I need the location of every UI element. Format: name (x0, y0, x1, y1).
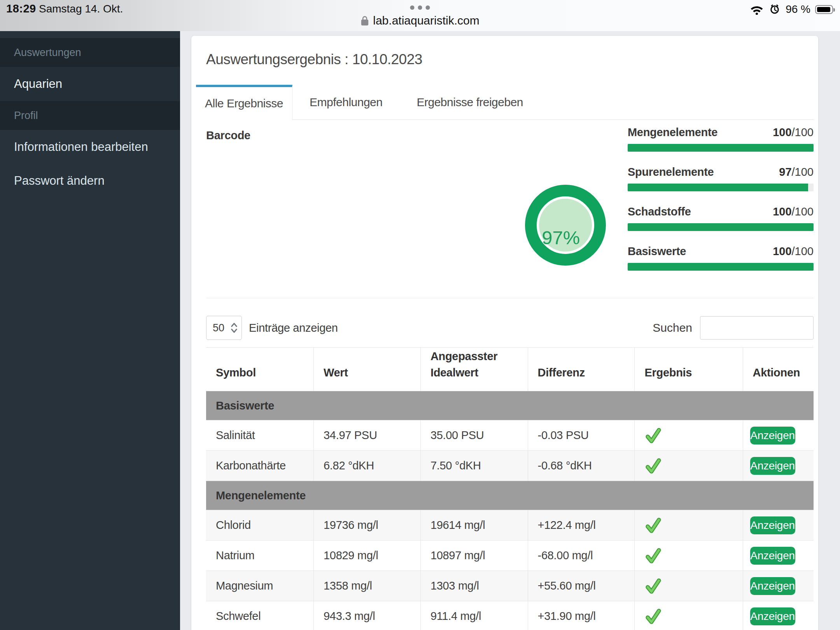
search-input[interactable] (700, 316, 814, 340)
ergebnis-cell (635, 420, 743, 451)
sidebar-item-aquarien[interactable]: Aquarien (0, 67, 180, 101)
tab-empfehlungen[interactable]: Empfehlungen (292, 85, 399, 119)
score-row: Basiswerte 100/100 (628, 245, 814, 271)
ideal-cell: 10897 mg/l (420, 541, 528, 571)
diff-cell: +55.60 mg/l (528, 571, 635, 601)
battery-icon (815, 5, 833, 14)
clock-date: Samstag 14. Okt. (39, 3, 123, 15)
sidebar-group-header-auswertungen: Auswertungen (0, 38, 180, 67)
content-card: Auswertungsergebnis : 10.10.2023 Alle Er… (191, 36, 818, 630)
table-row-chlorid: Chlorid 19736 mg/l 19614 mg/l +122.4 mg/… (206, 510, 814, 541)
progress-bar (628, 144, 814, 152)
diff-cell: +31.90 mg/l (528, 601, 635, 630)
anzeigen-button[interactable]: Anzeigen (750, 607, 795, 625)
sidebar-item-informationen-bearbeiten[interactable]: Informationen bearbeiten (0, 130, 180, 164)
anzeigen-button[interactable]: Anzeigen (750, 577, 795, 595)
column-header-wert[interactable]: Wert (313, 348, 420, 391)
diff-cell: +122.4 mg/l (528, 510, 635, 541)
search-label: Suchen (653, 321, 692, 334)
lock-icon (360, 15, 369, 26)
wert-cell: 19736 mg/l (313, 510, 420, 541)
clock-time: 18:29 (6, 2, 36, 15)
ergebnis-cell (635, 541, 743, 571)
progress-bar (628, 263, 814, 271)
score-label: Mengenelemente (628, 126, 718, 139)
diff-cell: -0.68 °dKH (528, 451, 635, 481)
gauge-percent: 97% (542, 227, 580, 248)
score-row: Mengenelemente 100/100 (628, 126, 814, 152)
table-row-magnesium: Magnesium 1358 mg/l 1303 mg/l +55.60 mg/… (206, 571, 814, 601)
ideal-cell: 19614 mg/l (420, 510, 528, 541)
check-icon (644, 427, 662, 444)
page-size-value: 50 (213, 322, 224, 334)
anzeigen-button[interactable]: Anzeigen (750, 547, 795, 565)
score-value: 100/100 (773, 245, 814, 258)
score-label: Basiswerte (628, 245, 686, 258)
browser-chrome: 18:29 Samstag 14. Okt. 96 % lab.atiaquar… (0, 0, 840, 31)
wert-cell: 6.82 °dKH (313, 451, 420, 481)
ideal-cell: 911.4 mg/l (420, 601, 528, 630)
symbol-cell: Magnesium (206, 571, 313, 601)
entries-label: Einträge anzeigen (249, 322, 338, 334)
column-header-idealwert[interactable]: Angepasster Idealwert (420, 348, 528, 391)
page-title: Auswertungsergebnis : 10.10.2023 (206, 51, 814, 68)
diff-cell: -0.03 PSU (528, 420, 635, 451)
column-header-aktionen: Aktionen (743, 348, 814, 391)
page-size-select[interactable]: 50 (206, 316, 242, 340)
table-row-natrium: Natrium 10829 mg/l 10897 mg/l -68.00 mg/… (206, 541, 814, 571)
tab-ergebnisse-freigeben[interactable]: Ergebnisse freigeben (399, 85, 540, 119)
score-value: 100/100 (773, 126, 814, 139)
url-domain: lab.atiaquaristik.com (373, 14, 479, 27)
column-header-differenz[interactable]: Differenz (528, 348, 635, 391)
progress-fill (628, 144, 814, 152)
ergebnis-cell (635, 451, 743, 481)
wert-cell: 1358 mg/l (313, 571, 420, 601)
symbol-cell: Salinität (206, 420, 313, 451)
tab-alle-ergebnisse[interactable]: Alle Ergebnisse (196, 85, 292, 120)
progress-bar (628, 223, 814, 231)
ergebnis-cell (635, 510, 743, 541)
screen: 18:29 Samstag 14. Okt. 96 % lab.atiaquar… (0, 0, 840, 630)
wert-cell: 10829 mg/l (313, 541, 420, 571)
ergebnis-cell (635, 571, 743, 601)
check-icon (644, 547, 662, 564)
ideal-cell: 35.00 PSU (420, 420, 528, 451)
wifi-icon (750, 4, 764, 15)
table-row-schwefel: Schwefel 943.3 mg/l 911.4 mg/l +31.90 mg… (206, 601, 814, 630)
tab-bar: Alle Ergebnisse Empfehlungen Ergebnisse … (196, 85, 814, 120)
ellipsis-icon[interactable] (410, 5, 430, 10)
progress-fill (628, 223, 814, 231)
anzeigen-button[interactable]: Anzeigen (750, 427, 795, 444)
summary-section: Barcode 97% Mengenelemente 100/100 (206, 120, 814, 298)
symbol-cell: Natrium (206, 541, 313, 571)
column-header-ergebnis[interactable]: Ergebnis (635, 348, 743, 391)
score-row: Schadstoffe 100/100 (628, 205, 814, 231)
results-table: Symbol Wert Angepasster Idealwert Differ… (206, 347, 814, 630)
check-icon (644, 578, 662, 595)
table-controls: 50 Einträge anzeigen Suchen (206, 316, 814, 340)
table-row-karbonathaerte: Karbonathärte 6.82 °dKH 7.50 °dKH -0.68 … (206, 451, 814, 481)
symbol-cell: Chlorid (206, 510, 313, 541)
anzeigen-button[interactable]: Anzeigen (750, 457, 795, 475)
score-value: 100/100 (773, 205, 814, 218)
check-icon (644, 457, 662, 474)
wert-cell: 943.3 mg/l (313, 601, 420, 630)
check-icon (644, 517, 662, 534)
barcode-label: Barcode (206, 129, 250, 142)
anzeigen-button[interactable]: Anzeigen (750, 516, 795, 534)
progress-fill (628, 184, 808, 191)
progress-bar (628, 184, 814, 191)
score-label: Spurenelemente (628, 166, 714, 178)
symbol-cell: Schwefel (206, 601, 313, 630)
sidebar-item-passwort-aendern[interactable]: Passwort ändern (0, 164, 180, 198)
url-bar[interactable]: lab.atiaquaristik.com (0, 14, 840, 27)
ideal-cell: 7.50 °dKH (420, 451, 528, 481)
score-gauge: 97% (525, 185, 606, 266)
wert-cell: 34.97 PSU (313, 420, 420, 451)
column-header-symbol[interactable]: Symbol (206, 348, 313, 391)
ergebnis-cell (635, 601, 743, 630)
score-value: 97/100 (779, 166, 814, 178)
sidebar-group-header-profil: Profil (0, 101, 180, 130)
ideal-cell: 1303 mg/l (420, 571, 528, 601)
section-row-basiswerte: Basiswerte (206, 391, 814, 420)
